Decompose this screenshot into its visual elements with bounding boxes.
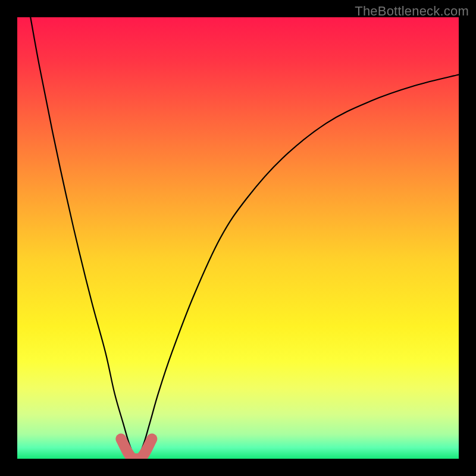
watermark-text: TheBottleneck.com [355, 4, 469, 19]
main-curve [30, 17, 459, 459]
curve-layer [17, 17, 459, 459]
highlight-range [121, 439, 152, 459]
plot-area [17, 17, 459, 459]
chart-container: TheBottleneck.com [0, 0, 476, 476]
